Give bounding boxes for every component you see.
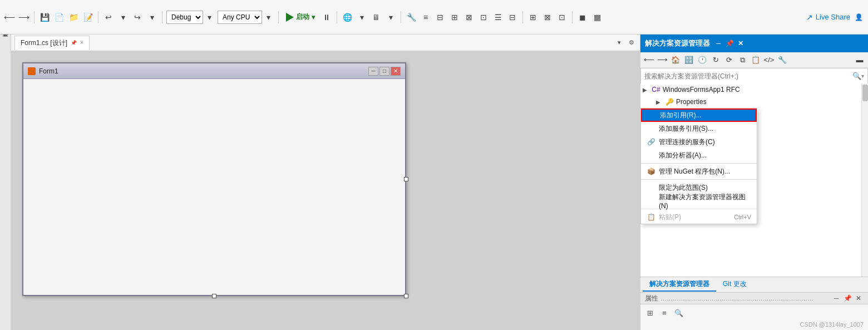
- tab-list-dropdown[interactable]: ▾: [614, 38, 624, 48]
- ctx-add-service-reference[interactable]: 添加服务引用(S)...: [641, 122, 757, 135]
- form-close-btn[interactable]: ✕: [391, 67, 401, 76]
- tree-solution-root[interactable]: ▶ C# WindowsFormsApp1 RFC: [640, 83, 868, 96]
- sol-collapse-btn[interactable]: ▬: [854, 54, 866, 66]
- user-account-button[interactable]: 👤: [852, 11, 865, 23]
- sol-explorer-header: 解决方案资源管理器 ─ 📌 ✕: [640, 35, 868, 52]
- undo-dropdown[interactable]: ▾: [117, 11, 129, 23]
- align-btn[interactable]: ▦: [591, 11, 603, 23]
- back-button[interactable]: ⟵: [3, 11, 16, 23]
- props-search-btn[interactable]: 🔍: [673, 307, 685, 319]
- debug-dropdown[interactable]: ▾: [203, 11, 215, 23]
- redo-button[interactable]: ↪: [131, 11, 144, 23]
- tool2[interactable]: ≡: [420, 11, 432, 23]
- browser-btn1[interactable]: 🌐: [341, 11, 353, 23]
- sol-search-dropdown[interactable]: ▾: [861, 73, 864, 79]
- cpu-dropdown[interactable]: ▾: [262, 11, 274, 23]
- sol-search-input[interactable]: [644, 72, 852, 80]
- save-all-button[interactable]: 💾: [38, 11, 51, 23]
- tool1[interactable]: 🔧: [405, 11, 417, 23]
- sol-copy-btn[interactable]: ⧉: [736, 54, 748, 66]
- liveshare-button[interactable]: ↗ Live Share: [806, 13, 850, 22]
- ctx-new-view[interactable]: 新建解决方案资源管理器视图(N): [641, 194, 757, 208]
- file-icon: 📄: [53, 11, 65, 23]
- properties-panel: 属性 ………………………………………………………………… ─ 📌 ✕ ⊞ ≡ 🔍…: [640, 292, 868, 330]
- tool3[interactable]: ⊟: [434, 11, 446, 23]
- props-list-view-btn[interactable]: ≡: [658, 307, 670, 319]
- ctx-add-analyzer[interactable]: 添加分析器(A)...: [641, 149, 757, 162]
- sol-tab-git-label: Git 更改: [723, 279, 747, 289]
- cpu-config-select[interactable]: Any CPU: [218, 11, 262, 24]
- sol-explorer-title: 解决方案资源管理器: [645, 38, 710, 48]
- tree-label-properties: Properties: [676, 98, 707, 106]
- resize-handle-corner[interactable]: [404, 294, 408, 298]
- props-pin-btn[interactable]: ─: [831, 293, 841, 303]
- sol-scrollbar[interactable]: [861, 83, 868, 277]
- tree-arrow-root: ▶: [643, 87, 649, 93]
- sol-settings-btn[interactable]: 🔧: [776, 54, 788, 66]
- sol-view-code-btn[interactable]: </>: [763, 54, 775, 66]
- sol-filter-btn[interactable]: 🔡: [683, 54, 695, 66]
- props-autopin-btn[interactable]: 📌: [842, 293, 852, 303]
- ctx-manage-nuget[interactable]: 📦 管理 NuGet 程序包(N)...: [641, 165, 757, 178]
- new-button[interactable]: 📝: [82, 11, 94, 23]
- debug-config-select[interactable]: Debug: [166, 11, 203, 24]
- tab-close-icon[interactable]: ×: [80, 40, 83, 46]
- sol-refresh2-btn[interactable]: ⟳: [723, 54, 735, 66]
- tool7[interactable]: ☰: [492, 11, 504, 23]
- liveshare-label: Live Share: [816, 13, 850, 21]
- resize-btn[interactable]: ◼: [576, 11, 589, 23]
- tool5[interactable]: ⊠: [463, 11, 475, 23]
- tab-pin-icon[interactable]: 📌: [71, 40, 77, 46]
- tool4[interactable]: ⊞: [448, 11, 461, 23]
- screen-btn[interactable]: 🖥: [370, 11, 382, 23]
- ctx-paste[interactable]: 📋 粘贴(P) Ctrl+V: [641, 210, 757, 224]
- sol-forward-btn[interactable]: ⟶: [656, 54, 668, 66]
- form-maximize-btn[interactable]: □: [379, 67, 389, 76]
- ctx-manage-connected-services[interactable]: 🔗 管理连接的服务(C): [641, 135, 757, 149]
- sol-time-btn[interactable]: 🕐: [696, 54, 708, 66]
- run-button[interactable]: 启动 ▾: [283, 11, 318, 23]
- props-close-btn[interactable]: ✕: [854, 293, 864, 303]
- tool6[interactable]: ⊡: [477, 11, 490, 23]
- sol-close-btn[interactable]: ✕: [736, 38, 746, 48]
- properties-watermark: CSDN @1314lay_1007: [640, 321, 868, 330]
- undo-button[interactable]: ↩: [102, 11, 115, 23]
- tab-settings-icon[interactable]: ⚙: [627, 38, 637, 48]
- sol-tab-explorer-label: 解决方案资源管理器: [649, 279, 709, 289]
- sol-autopin-btn[interactable]: 📌: [724, 38, 734, 48]
- open-button[interactable]: 📁: [67, 11, 80, 23]
- props-grid-view-btn[interactable]: ⊞: [644, 307, 656, 319]
- tree-icon-properties: 🔑: [665, 97, 674, 106]
- form-minimize-btn[interactable]: ─: [368, 67, 378, 76]
- browser-dropdown[interactable]: ▾: [356, 11, 368, 23]
- tree-properties[interactable]: ▶ 🔑 Properties: [640, 96, 868, 108]
- resize-handle-right[interactable]: [404, 177, 408, 181]
- tool8[interactable]: ⊟: [506, 11, 519, 23]
- sol-pin-btn[interactable]: ─: [713, 38, 723, 48]
- resize-handle-bottom[interactable]: [212, 294, 216, 298]
- sol-back-btn[interactable]: ⟵: [643, 54, 655, 66]
- form-designer-tab[interactable]: Form1.cs [设计] 📌 ×: [14, 36, 90, 50]
- properties-subtitle: …………………………………………………………………: [660, 295, 829, 302]
- ctx-add-reference[interactable]: 添加引用(R)...: [641, 109, 757, 122]
- sol-refresh-btn[interactable]: ↻: [709, 54, 722, 66]
- redo-dropdown[interactable]: ▾: [146, 11, 158, 23]
- pause-button[interactable]: ⏸: [320, 11, 333, 23]
- ctx-newview-icon: [647, 196, 655, 205]
- screen-dropdown[interactable]: ▾: [384, 11, 397, 23]
- grid-btn2[interactable]: ⊠: [541, 11, 554, 23]
- run-dropdown[interactable]: ▾: [312, 13, 315, 21]
- tab-label: Form1.cs [设计]: [21, 38, 67, 48]
- sol-header-buttons: ─ 📌 ✕: [713, 38, 746, 48]
- grid-btn3[interactable]: ⊡: [556, 11, 568, 23]
- ctx-sep1: [641, 163, 757, 164]
- sidebar-tab-toolbox[interactable]: 工具箱: [0, 37, 11, 46]
- sol-home-btn[interactable]: 🏠: [669, 54, 682, 66]
- grid-btn1[interactable]: ⊞: [527, 11, 539, 23]
- ctx-add-analyzer-label: 添加分析器(A)...: [659, 151, 707, 160]
- sol-paste-btn[interactable]: 📋: [749, 54, 762, 66]
- forward-button[interactable]: ⟶: [18, 11, 30, 23]
- sol-tab-git[interactable]: Git 更改: [716, 278, 753, 292]
- sol-scroll-thumb[interactable]: [862, 85, 868, 101]
- sol-tab-explorer[interactable]: 解决方案资源管理器: [643, 278, 716, 292]
